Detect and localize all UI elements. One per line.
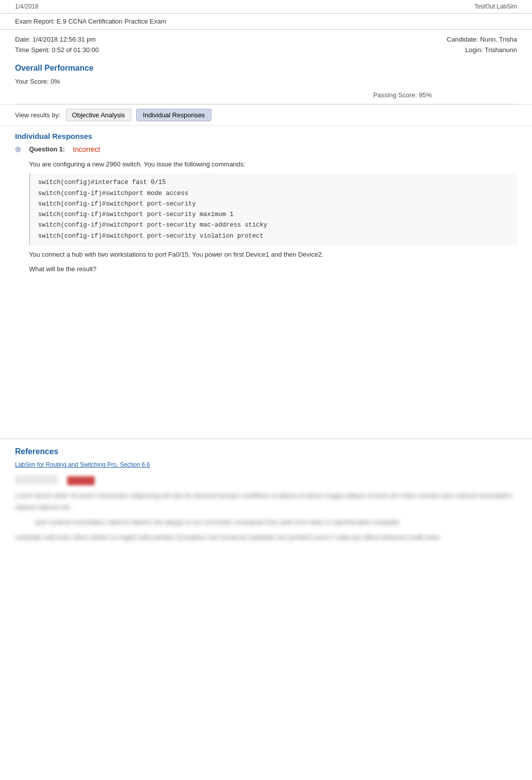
exam-title: Exam Report: E.9 CCNA Certification Prac… (0, 14, 532, 30)
header-left: Date: 1/4/2018 12:56:31 pm Time Spent: 0… (15, 35, 99, 56)
command-line-3: switch(config-if)#switchport port-securi… (38, 199, 509, 210)
app-name: TestOut LabSim (474, 3, 517, 10)
command-line-6: switch(config-if)#switchport port-securi… (38, 231, 509, 242)
blurred-status: Correct (67, 476, 95, 485)
blurred-content: Proposition 1 Correct Lorem ipsum dolor … (15, 475, 517, 542)
references-section: References LabSim for Routing and Switch… (0, 439, 532, 554)
individual-responses-title: Individual Responses (0, 126, 532, 143)
question-1-status: Incorrect (73, 145, 100, 153)
overall-performance-title: Overall Performance (0, 59, 532, 76)
question-intro: You are configuring a new 2960 switch. Y… (29, 159, 517, 170)
candidate-name: Candidate: Nunn, Trisha (447, 35, 517, 45)
blurred-row-1: Proposition 1 Correct (15, 475, 517, 486)
question-1-header: Question 1: Incorrect (0, 143, 532, 155)
page-date: 1/4/2018 (15, 3, 39, 10)
question-1-body: You are configuring a new 2960 switch. Y… (0, 155, 532, 279)
view-results-label: View results by: (15, 111, 61, 119)
tab-individual-responses[interactable]: Individual Responses (136, 109, 211, 121)
blurred-text-block-1: Lorem ipsum dolor sit amet consectetur a… (15, 490, 517, 512)
question-indicator (15, 146, 21, 152)
blurred-text-block-3: voluptate velit esse cillum dolore eu fu… (15, 532, 517, 543)
question-1-label: Question 1: (29, 145, 65, 153)
blurred-text-block-2: quis nostrud exercitation ullamco labori… (35, 517, 517, 528)
header-right: Candidate: Nunn, Trisha Login: Trishanun… (447, 35, 517, 56)
passing-score: Passing Score: 95% (0, 91, 532, 99)
blurred-indented-1: quis nostrud exercitation ullamco labori… (15, 517, 517, 528)
command-line-5: switch(config-if)#switchport port-securi… (38, 220, 509, 231)
top-bar: 1/4/2018 TestOut LabSim (0, 0, 532, 14)
candidate-login: Login: Trishanunn (447, 45, 517, 56)
command-line-2: switch(config-if)#switchport mode access (38, 188, 509, 199)
tab-objective-analysis[interactable]: Objective Analysis (66, 109, 132, 121)
command-block: switch(config)#interface fast 0/15 switc… (29, 173, 517, 246)
question-body-text-2: What will be the result? (29, 264, 517, 275)
exam-date: Date: 1/4/2018 12:56:31 pm (15, 35, 99, 45)
your-score: Your Score: 0% (0, 76, 532, 87)
header-info: Date: 1/4/2018 12:56:31 pm Time Spent: 0… (0, 30, 532, 59)
question-body-text-1: You connect a hub with two workstations … (29, 250, 517, 260)
command-line-1: switch(config)#interface fast 0/15 (38, 177, 509, 188)
spacer-area (0, 278, 532, 419)
blurred-label: Proposition 1 (15, 475, 58, 484)
exam-time-spent: Time Spent: 0:52 of 01:30:00 (15, 45, 99, 56)
references-title: References (15, 447, 517, 456)
command-line-4: switch(config-if)#switchport port-securi… (38, 210, 509, 220)
view-results-bar: View results by: Objective Analysis Indi… (0, 104, 532, 126)
reference-link[interactable]: LabSim for Routing and Switching Pro, Se… (15, 461, 517, 468)
